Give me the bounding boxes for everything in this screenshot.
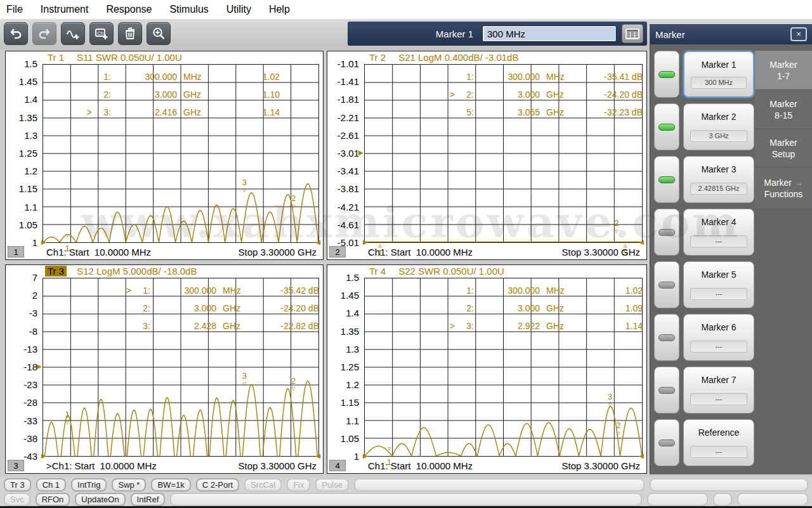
keypad-button[interactable] — [622, 24, 643, 43]
marker-button-2[interactable]: Marker 23 GHz — [683, 103, 754, 150]
plot-marker-symbol: ▿ — [608, 401, 612, 408]
readout-cell: MHz — [216, 285, 249, 296]
menu-item-instrument[interactable]: Instrument — [32, 0, 98, 19]
marker-readout-row: >3:2.922GHz1.14 — [445, 317, 644, 335]
menu-item-response[interactable]: Response — [97, 0, 160, 19]
marker-readouts: 1:300.000MHz-35.41 dB>2:3.000GHz-24.20 d… — [445, 68, 644, 121]
zoom-icon — [151, 26, 166, 41]
status-svc[interactable]: Svc — [4, 493, 30, 506]
trace-label: Tr 4 — [367, 266, 388, 277]
readout-cell: GHz — [540, 107, 573, 117]
menu-item-stimulus[interactable]: Stimulus — [160, 0, 217, 19]
status-inttrig[interactable]: IntTrig — [71, 478, 107, 492]
tab-marker-setup[interactable]: MarkerSetup — [755, 129, 812, 167]
readout-cell: GHz — [216, 303, 249, 313]
undo-button[interactable] — [4, 22, 28, 45]
readout-cell: MHz — [540, 72, 573, 82]
y-tick-label: 1.2 — [327, 379, 359, 390]
marker-toggle-6[interactable] — [654, 314, 679, 361]
plot-tr2: Tr 2S21 LogM 0.400dB/ -3.01dB-1.01-1.41-… — [327, 51, 647, 260]
status-bw-1k[interactable]: BW=1k — [151, 478, 190, 492]
add-trace-button[interactable] — [61, 22, 85, 45]
channel-number-box: 4 — [329, 460, 346, 471]
marker-row: Marker 32.42815 GHz — [654, 156, 754, 203]
close-icon[interactable]: × — [790, 27, 807, 41]
marker-readout-row: 2:3.000GHz-24.20 dB — [121, 299, 320, 317]
marker-button-3[interactable]: Marker 32.42815 GHz — [683, 156, 754, 203]
marker-value-input[interactable] — [484, 27, 617, 41]
marker-toggle-1[interactable] — [654, 51, 679, 98]
marker-button-label: Marker 4 — [684, 217, 754, 227]
readout-cell: GHz — [540, 321, 573, 331]
add-channel-button[interactable]: Ch — [89, 22, 114, 45]
marker-toggle-4[interactable] — [654, 209, 679, 256]
reference-level-icon: ▶ — [358, 150, 363, 156]
tab-marker-functions[interactable]: Marker →Functions — [755, 167, 812, 209]
marker-toggle-5[interactable] — [654, 261, 679, 308]
led-indicator — [658, 282, 675, 289]
readout-cell: 2.428 — [150, 321, 216, 331]
status-intref[interactable]: IntRef — [131, 493, 166, 506]
status-pulse[interactable]: Pulse — [315, 478, 349, 492]
status-c-2-port[interactable]: C 2-Port — [196, 478, 239, 492]
tab-line2: 1-7 — [755, 71, 812, 81]
plot-marker-label: 2 — [616, 421, 620, 429]
status-empty — [737, 493, 808, 506]
y-tick-label: 1.45 — [327, 290, 359, 301]
readout-cell: 3: — [92, 107, 111, 117]
readout-cell: > — [445, 321, 455, 331]
marker-button-4[interactable]: Marker 4--- — [683, 209, 754, 256]
marker-panel-title: Marker — [655, 29, 685, 40]
channel-number-box: 2 — [329, 246, 346, 257]
keypad-icon — [625, 29, 639, 39]
plot-title: Tr 1S11 SWR 0.050U/ 1.00U — [45, 52, 182, 64]
sweep-start-icon: ▶ — [41, 239, 46, 245]
marker-button-value: 3 GHz — [690, 130, 747, 142]
marker-readout-row: 5:3.065GHz-32.23 dB — [445, 103, 644, 121]
marker-toggle-3[interactable] — [654, 156, 679, 203]
marker-button-value: --- — [690, 446, 747, 458]
status-srccal[interactable]: SrcCal — [244, 478, 282, 492]
menu-item-file[interactable]: File — [0, 0, 32, 19]
zoom-button[interactable] — [147, 22, 171, 45]
y-tick-label: 7 — [6, 272, 37, 283]
status-fix[interactable]: Fix — [287, 478, 310, 492]
y-tick-label: -18 — [6, 361, 37, 372]
footer-stop-label: Stop 3.30000 GHz — [239, 460, 317, 471]
marker-readout-row: >3:2.416GHz1.14 — [82, 103, 320, 121]
add-channel-icon: Ch — [94, 26, 109, 41]
readout-value: 1.02 — [210, 72, 320, 82]
marker-button-7[interactable]: Marker 7--- — [683, 367, 754, 414]
redo-button[interactable] — [32, 22, 56, 45]
status-empty — [647, 493, 708, 506]
plot-marker-label: 2 — [614, 219, 619, 227]
status-rfon[interactable]: RFOn — [36, 493, 70, 506]
status-updateon[interactable]: UpdateOn — [75, 493, 125, 506]
delete-button[interactable] — [118, 22, 142, 45]
y-tick-label: 1.4 — [6, 94, 37, 105]
marker-button-8[interactable]: Reference--- — [683, 419, 754, 466]
plot-marker-symbol: ▿ — [65, 419, 69, 426]
led-indicator — [658, 124, 675, 131]
marker-button-1[interactable]: Marker 1300 MHz — [683, 51, 754, 98]
marker-toggle-8[interactable] — [654, 419, 679, 466]
marker-button-6[interactable]: Marker 6--- — [683, 314, 754, 361]
readout-cell: GHz — [540, 303, 573, 313]
tab-line1: Marker → — [755, 178, 812, 188]
marker-toggle-2[interactable] — [654, 103, 679, 150]
marker-button-5[interactable]: Marker 5--- — [683, 261, 754, 308]
status-tr-3[interactable]: Tr 3 — [4, 478, 31, 492]
y-tick-label: 1.5 — [327, 272, 359, 283]
status-ch-1[interactable]: Ch 1 — [36, 478, 66, 492]
y-tick-label: -13 — [6, 344, 37, 355]
marker-toggle-7[interactable] — [654, 367, 679, 414]
toolbar-buttons: Ch — [4, 22, 171, 45]
tab-marker-8-15[interactable]: Marker8-15 — [755, 90, 812, 129]
menu-item-utility[interactable]: Utility — [218, 0, 260, 19]
menu-item-help[interactable]: Help — [260, 0, 299, 19]
status-swp-[interactable]: Swp * — [112, 478, 146, 492]
readout-cell: 3.000 — [474, 89, 540, 100]
channel-number-box: 3 — [8, 460, 24, 471]
marker-readouts: >1:300.000MHz-35.42 dB2:3.000GHz-24.20 d… — [121, 282, 320, 335]
tab-marker-1-7[interactable]: Marker1-7 — [755, 51, 812, 90]
